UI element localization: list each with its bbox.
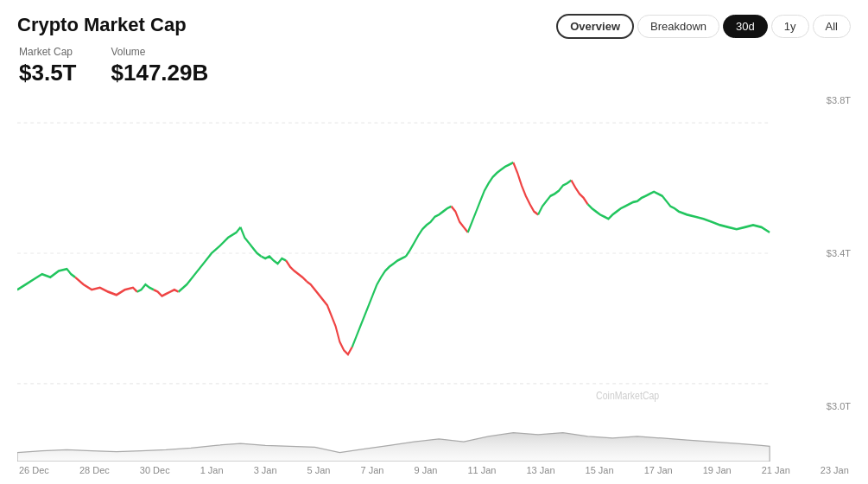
x-label-14: 23 Jan bbox=[820, 465, 849, 475]
page-title: Crypto Market Cap bbox=[17, 14, 187, 36]
x-label-6: 7 Jan bbox=[361, 465, 384, 475]
x-label-2: 30 Dec bbox=[140, 465, 170, 475]
volume-block: Volume $147.29B bbox=[111, 46, 209, 86]
tab-1y[interactable]: 1y bbox=[771, 15, 809, 38]
main-container: Crypto Market Cap Overview Breakdown 30d… bbox=[0, 0, 868, 484]
x-label-3: 1 Jan bbox=[200, 465, 224, 475]
tab-overview[interactable]: Overview bbox=[556, 14, 634, 39]
tab-30d[interactable]: 30d bbox=[723, 15, 768, 38]
x-axis: 26 Dec 28 Dec 30 Dec 1 Jan 3 Jan 5 Jan 7… bbox=[17, 462, 851, 475]
x-label-9: 13 Jan bbox=[527, 465, 555, 475]
x-label-8: 11 Jan bbox=[467, 465, 496, 475]
chart-area: $3.8T $3.4T $3.0T bbox=[17, 92, 851, 475]
mini-chart-svg bbox=[17, 417, 851, 462]
y-axis: $3.8T $3.4T $3.0T bbox=[827, 92, 851, 415]
x-label-10: 15 Jan bbox=[586, 465, 614, 475]
x-label-5: 5 Jan bbox=[307, 465, 331, 475]
tab-group: Overview Breakdown 30d 1y All bbox=[556, 14, 851, 39]
x-label-11: 17 Jan bbox=[644, 465, 673, 475]
y-label-bot: $3.0T bbox=[827, 401, 851, 411]
metrics-row: Market Cap $3.5T Volume $147.29B bbox=[17, 46, 851, 86]
y-label-mid: $3.4T bbox=[827, 248, 851, 258]
tab-breakdown[interactable]: Breakdown bbox=[637, 15, 719, 38]
main-chart-svg: CoinMarketCap bbox=[17, 92, 851, 415]
market-cap-label: Market Cap bbox=[19, 46, 77, 58]
volume-label: Volume bbox=[111, 46, 209, 58]
svg-text:CoinMarketCap: CoinMarketCap bbox=[596, 389, 659, 403]
mini-chart bbox=[17, 417, 851, 462]
x-label-4: 3 Jan bbox=[254, 465, 277, 475]
x-label-12: 19 Jan bbox=[703, 465, 732, 475]
tab-all[interactable]: All bbox=[813, 15, 851, 38]
volume-value: $147.29B bbox=[111, 60, 209, 86]
y-label-top: $3.8T bbox=[827, 95, 851, 105]
market-cap-block: Market Cap $3.5T bbox=[19, 46, 77, 86]
x-label-1: 28 Dec bbox=[79, 465, 110, 475]
main-chart-wrapper: $3.8T $3.4T $3.0T bbox=[17, 92, 851, 415]
x-label-7: 9 Jan bbox=[414, 465, 437, 475]
market-cap-value: $3.5T bbox=[19, 60, 77, 86]
x-label-13: 21 Jan bbox=[762, 465, 790, 475]
header-row: Crypto Market Cap Overview Breakdown 30d… bbox=[17, 14, 851, 39]
x-label-0: 26 Dec bbox=[19, 465, 49, 475]
